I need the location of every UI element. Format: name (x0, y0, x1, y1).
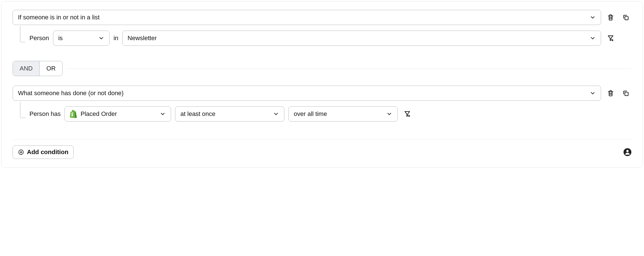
connector (13, 106, 26, 122)
divider (66, 68, 631, 69)
add-condition-button[interactable]: Add condition (13, 145, 74, 159)
condition-1: If someone is in or not in a list (13, 10, 631, 25)
logic-or-button[interactable]: OR (40, 61, 62, 76)
delete-condition-button[interactable] (605, 88, 616, 99)
chevron-down-icon (160, 111, 166, 117)
verb-label: is (58, 35, 63, 42)
chevron-down-icon (590, 90, 596, 96)
chevron-down-icon (590, 35, 596, 41)
shopify-icon (70, 110, 77, 118)
chevron-down-icon (273, 111, 279, 117)
divider (13, 140, 631, 140)
joiner-text: in (114, 35, 118, 42)
event-select[interactable]: Placed Order (65, 106, 171, 122)
card-footer: Add condition (13, 145, 631, 159)
condition-2-detail: Person has Placed Order at least once ov… (13, 106, 631, 122)
condition-2: What someone has done (or not done) (13, 86, 631, 101)
frequency-label: at least once (180, 110, 215, 118)
verb-select[interactable]: is (53, 31, 110, 46)
condition-type-label: If someone is in or not in a list (18, 14, 100, 21)
frequency-select[interactable]: at least once (175, 106, 284, 122)
add-filter-button[interactable] (402, 108, 413, 120)
connector (13, 31, 26, 46)
delete-condition-button[interactable] (605, 12, 616, 23)
condition-1-detail: Person is in Newsletter (13, 31, 631, 46)
user-avatar[interactable] (624, 148, 631, 156)
add-filter-button[interactable] (605, 33, 616, 44)
condition-type-label: What someone has done (or not done) (18, 90, 124, 97)
logic-toggle: AND OR (13, 61, 63, 76)
chevron-down-icon (590, 14, 596, 20)
duplicate-condition-button[interactable] (620, 12, 631, 23)
lead-text: Person has (29, 110, 61, 118)
event-label: Placed Order (81, 110, 117, 118)
segment-builder-card: If someone is in or not in a list Person… (1, 1, 643, 168)
lead-text: Person (29, 35, 49, 42)
condition-type-select[interactable]: What someone has done (or not done) (13, 86, 601, 101)
condition-type-select[interactable]: If someone is in or not in a list (13, 10, 601, 25)
duplicate-condition-button[interactable] (620, 88, 631, 99)
logic-toggle-row: AND OR (13, 61, 631, 76)
list-target-label: Newsletter (128, 35, 157, 42)
add-condition-label: Add condition (27, 148, 68, 156)
list-target-select[interactable]: Newsletter (122, 31, 601, 46)
timeframe-label: over all time (294, 110, 327, 118)
timeframe-select[interactable]: over all time (288, 106, 398, 122)
chevron-down-icon (386, 111, 392, 117)
chevron-down-icon (98, 35, 104, 41)
logic-and-button[interactable]: AND (13, 61, 39, 76)
